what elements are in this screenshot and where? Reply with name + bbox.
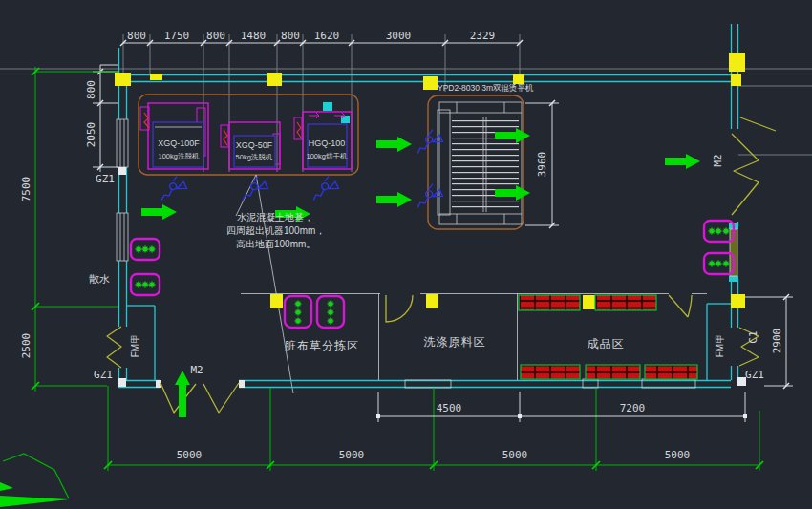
dryer-model-label: HGQ-100: [309, 138, 346, 148]
zone-finished-label: 成品区: [588, 337, 625, 350]
dim-left-2500: 2500: [20, 333, 32, 359]
fire-door-right-label: FM甲: [715, 334, 725, 357]
dim-top-5: 800: [281, 30, 300, 42]
ironer-label: YPD2-8030 3m双辊烫平机: [438, 83, 534, 93]
floor-plan-canvas[interactable]: 800 1750 800 1480 800 1620 3000 2329 800…: [0, 0, 812, 509]
gz1-bottom-left-label: GZ1: [94, 369, 113, 381]
dim-7200: 7200: [620, 402, 646, 414]
foundation-note: 水泥混凝土地基， 四周超出机器100mm， 高出地面100mm。: [226, 212, 325, 249]
door-m2-bottom-label: M2: [190, 364, 203, 376]
gz1-top-left-label: GZ1: [96, 173, 115, 185]
dim-bottom-1: 5000: [177, 449, 203, 461]
washer1-model-label: XGQ-100F: [158, 138, 200, 148]
door-m2-right-label: M2: [712, 154, 724, 166]
note-line-3: 高出地面100mm。: [236, 239, 315, 249]
dim-top-3: 800: [206, 30, 225, 42]
dim-4500: 4500: [437, 402, 462, 414]
fire-door-left-label: FM甲: [130, 334, 140, 357]
dim-top-4: 1480: [241, 30, 267, 42]
dim-top-2: 1750: [164, 30, 190, 42]
washer1-name-label: 100kg洗脱机: [159, 152, 200, 160]
note-line-1: 水泥混凝土地基，: [237, 212, 313, 223]
dim-bottom-3: 5000: [502, 449, 528, 461]
dim-left-800: 800: [85, 80, 97, 99]
dim-top-7: 3000: [386, 30, 412, 42]
duct-icon: [323, 102, 332, 111]
dim-bottom-4: 5000: [665, 449, 691, 461]
splash-apron-label: 散水: [89, 273, 110, 285]
note-line-2: 四周超出机器100mm，: [226, 225, 325, 236]
dim-left-2050: 2050: [85, 122, 97, 148]
zone-sorting-label: 脏布草分拣区: [285, 339, 359, 352]
dim-bottom-2: 5000: [339, 449, 365, 461]
dim-left-7500: 7500: [20, 177, 32, 202]
window-c1-label: C1: [747, 330, 759, 343]
washer2-name-label: 50kg洗脱机: [236, 153, 273, 161]
dim-top-6: 1620: [314, 30, 340, 42]
dim-2900: 2900: [771, 329, 783, 354]
zone-raw-material-label: 洗涤原料区: [424, 335, 486, 349]
duct-icon: [341, 116, 350, 123]
washer2-model-label: XGQ-50F: [236, 140, 273, 150]
dim-3960: 3960: [536, 152, 548, 178]
dim-top-8: 2329: [470, 30, 496, 42]
gz1-bottom-right-label: GZ1: [745, 369, 764, 381]
cad-floor-plan-screenshot: 800 1750 800 1480 800 1620 3000 2329 800…: [0, 0, 812, 509]
dim-top-1: 800: [127, 30, 146, 42]
dryer-name-label: 100kg烘干机: [307, 152, 348, 160]
